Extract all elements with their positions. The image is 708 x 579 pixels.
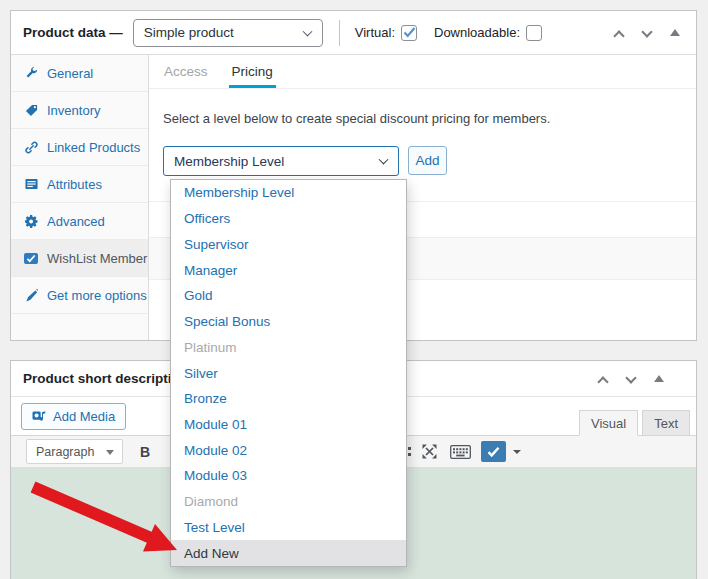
check-icon (403, 27, 416, 38)
virtual-label: Virtual: (355, 25, 395, 40)
move-down-button[interactable] (626, 373, 638, 385)
divider (339, 20, 340, 46)
sidebar-item-get-more-options[interactable]: Get more options (11, 277, 148, 314)
dropdown-option[interactable]: Platinum (171, 334, 406, 360)
sidebar-item-label: Linked Products (47, 140, 140, 155)
tab-visual[interactable]: Visual (579, 410, 638, 436)
sidebar-item-general[interactable]: General (11, 55, 148, 92)
dropdown-option[interactable]: Test Level (171, 515, 406, 541)
sidebar-item-advanced[interactable]: Advanced (11, 203, 148, 240)
move-up-button[interactable] (598, 373, 610, 385)
add-media-button[interactable]: Add Media (21, 403, 126, 430)
paragraph-format-value: Paragraph (36, 445, 94, 459)
sidebar-item-label: General (47, 66, 93, 81)
sidebar-item-label: Advanced (47, 214, 105, 229)
media-icon (32, 410, 46, 422)
product-data-header: Product data — Simple product Virtual: D… (11, 11, 696, 55)
keyboard-icon[interactable] (450, 445, 471, 459)
dropdown-option[interactable]: Module 02 (171, 437, 406, 463)
chevron-down-icon (379, 155, 389, 165)
dropdown-option[interactable]: Supervisor (171, 231, 406, 257)
dropdown-option[interactable]: Diamond (171, 489, 406, 515)
fullscreen-icon[interactable] (421, 443, 438, 460)
panel-title: Product short description (23, 371, 188, 386)
downloadable-checkbox[interactable] (526, 25, 542, 41)
tab-pricing[interactable]: Pricing (229, 55, 276, 88)
product-data-sidebar: General Inventory Linked Products Attrib… (11, 55, 149, 340)
chevron-up-icon (597, 376, 608, 387)
paragraph-format-select[interactable]: Paragraph (26, 439, 123, 464)
dropdown-option[interactable]: Special Bonus (171, 309, 406, 335)
dropdown-option[interactable]: Silver (171, 360, 406, 386)
tab-text[interactable]: Text (642, 410, 690, 436)
bold-button[interactable]: B (133, 444, 157, 460)
toolbar-right-icons (408, 436, 521, 467)
link-icon (24, 141, 38, 154)
wishlist-tabs: Access Pricing (149, 55, 696, 89)
dropdown-option[interactable]: Membership Level (171, 180, 406, 206)
page: { "colors": { "link_blue": "#2271b1", "t… (0, 0, 708, 579)
virtual-checkbox[interactable] (401, 25, 417, 41)
sidebar-item-attributes[interactable]: Attributes (11, 166, 148, 203)
caret-down-icon[interactable] (513, 450, 521, 454)
dropdown-option[interactable]: Gold (171, 283, 406, 309)
sidebar-item-label: Attributes (47, 177, 102, 192)
chevron-up-icon (613, 30, 624, 41)
move-up-button[interactable] (614, 27, 626, 39)
downloadable-label: Downloadable: (434, 25, 520, 40)
tab-access[interactable]: Access (161, 55, 211, 88)
wishlist-check-icon (24, 253, 38, 264)
sidebar-item-linked-products[interactable]: Linked Products (11, 129, 148, 166)
sidebar-item-label: Get more options (47, 288, 147, 303)
inventory-icon (24, 104, 38, 117)
dropdown-option[interactable]: Module 01 (171, 412, 406, 438)
collapse-toggle-icon[interactable] (670, 29, 680, 36)
move-down-button[interactable] (642, 27, 654, 39)
sidebar-item-wishlist-member[interactable]: WishList Member (11, 240, 148, 277)
partially-hidden-toolbar-icon (408, 447, 411, 456)
panel-order-controls (598, 373, 680, 385)
dropdown-option[interactable]: Module 03 (171, 463, 406, 489)
dropdown-option[interactable]: Bronze (171, 386, 406, 412)
product-type-value: Simple product (144, 25, 234, 40)
caret-down-icon (106, 450, 114, 455)
panel-title: Product data — (23, 25, 123, 40)
sidebar-item-label: WishList Member (47, 251, 147, 266)
pricing-description: Select a level below to create special d… (163, 111, 696, 126)
membership-level-dropdown: Membership Level Officers Supervisor Man… (170, 179, 407, 567)
add-media-label: Add Media (53, 409, 115, 424)
chevron-down-icon (302, 26, 312, 36)
flag-icon (24, 289, 38, 302)
dropdown-option-add-new[interactable]: Add New (171, 540, 406, 566)
membership-level-value: Membership Level (174, 154, 284, 169)
editor-mode-tabs: Visual Text (579, 410, 690, 436)
collapse-toggle-icon[interactable] (654, 375, 664, 382)
wishlist-check-icon (486, 446, 501, 458)
membership-level-select[interactable]: Membership Level (163, 146, 399, 176)
wrench-icon (24, 66, 38, 80)
level-select-row: Membership Level Add (163, 146, 682, 176)
wishlist-toolbar-button[interactable] (481, 441, 506, 462)
add-button[interactable]: Add (408, 146, 447, 175)
attributes-icon (24, 178, 38, 190)
sidebar-item-inventory[interactable]: Inventory (11, 92, 148, 129)
dropdown-option[interactable]: Manager (171, 257, 406, 283)
gear-icon (24, 215, 38, 228)
chevron-down-icon (641, 26, 652, 37)
product-type-select[interactable]: Simple product (133, 19, 323, 47)
dropdown-option[interactable]: Officers (171, 206, 406, 232)
chevron-down-icon (625, 372, 636, 383)
sidebar-item-label: Inventory (47, 103, 100, 118)
panel-order-controls (614, 27, 696, 39)
